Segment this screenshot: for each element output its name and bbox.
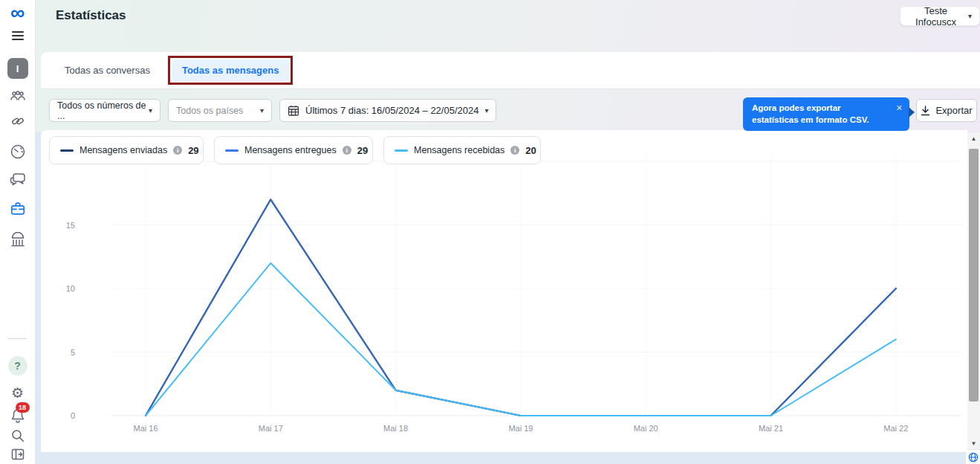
chart-card: Mensagens enviadas i 29 Mensagens entreg… — [41, 130, 967, 452]
page-title: Estatísticas — [56, 8, 126, 23]
legend-value: 20 — [525, 145, 536, 156]
close-icon[interactable]: ✕ — [896, 103, 903, 113]
annotation-highlight-box: Todas as mensagens — [168, 56, 293, 85]
link-icon[interactable] — [10, 114, 25, 129]
scrollbar-thumb[interactable] — [969, 149, 979, 402]
help-icon[interactable]: ? — [8, 356, 27, 376]
tab-todas-as-conversas[interactable]: Todas as conversas — [56, 59, 159, 82]
legend-label: Mensagens recebidas — [414, 145, 504, 155]
vertical-scrollbar[interactable]: ▲ ▼ — [967, 132, 980, 449]
settings-gear-icon[interactable]: ⚙ — [11, 384, 24, 402]
meta-logo-icon[interactable]: ∞ — [10, 1, 25, 24]
chevron-down-icon: ▾ — [968, 12, 972, 20]
legend-label: Mensagens enviadas — [79, 145, 167, 155]
info-icon[interactable]: i — [343, 146, 351, 155]
chart-legend: Mensagens enviadas i 29 Mensagens entreg… — [49, 136, 541, 164]
date-range-label: Últimos 7 dias: 16/05/2024 – 22/05/2024 — [305, 105, 478, 116]
commerce-bank-icon[interactable] — [10, 232, 26, 248]
legend-card-entregues[interactable]: Mensagens entregues i 29 — [214, 136, 373, 164]
notification-badge: 18 — [16, 402, 30, 413]
countries-filter-dropdown[interactable]: Todos os países ▾ — [168, 99, 272, 122]
calendar-icon — [288, 105, 299, 117]
filters-row: Todos os números de ... ▾ Todos os paíse… — [49, 99, 496, 122]
export-csv-tooltip: Agora podes exportar estatísticas em for… — [743, 97, 909, 131]
sidebar-divider — [7, 338, 27, 339]
date-range-picker[interactable]: Últimos 7 dias: 16/05/2024 – 22/05/2024 … — [279, 99, 496, 122]
scrollbar-track[interactable] — [967, 144, 980, 437]
legend-card-enviadas[interactable]: Mensagens enviadas i 29 — [49, 136, 204, 164]
numbers-filter-label: Todos os números de ... — [57, 100, 149, 121]
browser-globe-icon[interactable] — [966, 450, 980, 464]
chevron-down-icon: ▾ — [484, 106, 488, 115]
account-switcher-button[interactable]: Teste Infocuscx ▾ — [900, 6, 980, 26]
tab-todas-as-mensagens[interactable]: Todas as mensagens — [172, 59, 290, 81]
legend-label: Mensagens entregues — [244, 145, 337, 155]
notifications-bell-icon[interactable]: 18 — [10, 407, 26, 424]
export-button[interactable]: Exportar — [916, 99, 977, 122]
search-icon[interactable] — [10, 428, 25, 443]
info-icon[interactable]: i — [510, 146, 519, 155]
legend-card-recebidas[interactable]: Mensagens recebidas i 20 — [383, 136, 541, 164]
briefcase-icon-active[interactable] — [10, 201, 26, 216]
legend-value: 29 — [357, 145, 368, 156]
chevron-down-icon: ▾ — [149, 106, 152, 115]
performance-gauge-icon[interactable] — [10, 144, 26, 160]
tooltip-message: Agora podes exportar estatísticas em for… — [752, 103, 869, 124]
scroll-up-icon[interactable]: ▲ — [967, 132, 980, 144]
collapse-panel-icon[interactable] — [10, 448, 25, 461]
tabs-bar: Todas as conversas Todas as mensagens — [41, 52, 980, 89]
business-avatar[interactable]: I — [7, 58, 28, 79]
series-swatch-enviadas — [60, 149, 74, 152]
legend-value: 29 — [188, 145, 198, 156]
messages-icon[interactable] — [10, 172, 26, 187]
audience-icon[interactable] — [10, 90, 26, 103]
scroll-down-icon[interactable]: ▼ — [967, 437, 980, 449]
export-button-label: Exportar — [935, 105, 972, 116]
line-chart — [41, 130, 967, 452]
account-name: Teste Infocuscx — [909, 5, 962, 28]
countries-filter-label: Todos os países — [176, 106, 243, 116]
chevron-down-icon: ▾ — [260, 106, 264, 115]
download-icon — [921, 106, 930, 116]
numbers-filter-dropdown[interactable]: Todos os números de ... ▾ — [49, 99, 160, 122]
menu-icon[interactable] — [12, 31, 24, 40]
series-swatch-recebidas — [395, 149, 408, 152]
series-swatch-entregues — [225, 149, 238, 152]
sidebar: ∞ I — [0, 0, 36, 464]
info-icon[interactable]: i — [173, 146, 182, 155]
